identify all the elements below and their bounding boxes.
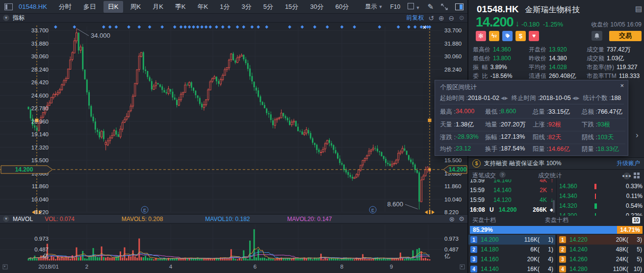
trade-button[interactable]: 交易 (609, 31, 642, 41)
zoom-out-icon[interactable]: ⊖ (449, 15, 455, 22)
depth-levels-badge[interactable]: 10 (632, 217, 640, 223)
period-tab-30分[interactable]: 30分 (306, 1, 328, 13)
period-tab-5分[interactable]: 5分 (259, 1, 278, 13)
buy-depth-row-2[interactable]: 214.1806K(1) (468, 245, 555, 254)
svg-text:2018/01: 2018/01 (38, 264, 59, 270)
end-time-value: 2018-10-05 (540, 95, 571, 101)
buy-depth-row-3[interactable]: 314.16020K(4) (468, 254, 555, 264)
price-change: -0.180 (521, 21, 540, 28)
period-tab-15分[interactable]: 15分 (281, 1, 303, 13)
sell-depth-row-4[interactable]: 414.280110K(10) (557, 264, 644, 273)
trade-stat-row: 14.3000.22% (559, 211, 643, 216)
range-stat-天量: 天量 :1.38亿 (440, 121, 485, 129)
start-time-value: 2018-01-02 (468, 95, 499, 101)
end-time-label: 终止时间 : (512, 94, 540, 102)
svg-text:33.700: 33.700 (444, 27, 462, 33)
layout-icon[interactable] (4, 3, 13, 10)
draw-pen-icon[interactable]: ✎ (427, 3, 434, 10)
stock-code: 01548.HK (477, 4, 519, 15)
stat-市盈率TTM: 市盈率TTM118.333 (587, 72, 643, 80)
period-tab-月K[interactable]: 月K (148, 1, 168, 13)
adjust-mode-link[interactable]: 前复权 (406, 14, 424, 22)
market-status: 收盘价 10/05 16:09 (591, 21, 642, 29)
news-list-icon[interactable]: ▤ (635, 4, 642, 13)
favorite-heart-icon[interactable]: ♥ (529, 31, 539, 41)
overlay-title: 个股区间统计 (440, 83, 477, 92)
svg-text:11.860: 11.860 (32, 183, 49, 189)
gear-icon[interactable]: ⚙ (459, 15, 464, 21)
date-stepper-icons[interactable]: ◀▶ (572, 96, 580, 100)
candle-style-icon (408, 3, 414, 9)
indicator-label[interactable]: 指标 (13, 14, 25, 22)
sell-ratio: 14.71% (617, 226, 643, 234)
grid-view-icon[interactable] (634, 173, 640, 179)
down-arrow-icon: ↓ (515, 19, 520, 29)
mavol20-value: MAVOL20: 0.147 (287, 216, 332, 223)
period-tab-分时[interactable]: 分时 (54, 1, 76, 13)
gear-icon[interactable]: ⚙ (459, 216, 464, 223)
period-tab-季K[interactable]: 季K (171, 1, 190, 13)
sell-depth-row-2[interactable]: 214.24048K(5) (557, 245, 644, 254)
trade-stat-row: 14.3200.54% (559, 201, 643, 211)
range-stat-总量: 总量 :33.15亿 (533, 108, 582, 116)
tag-icon[interactable] (502, 31, 513, 41)
level2-icon[interactable]: ϟ2 (489, 31, 499, 41)
pin-icon[interactable]: ▼ (3, 15, 9, 21)
hk-market-icon: ✻ (476, 31, 486, 41)
alert-bell-icon[interactable] (592, 31, 602, 41)
margin-text: 支持融资 融资保证金率 100% (484, 159, 561, 168)
toolbar-symbol[interactable]: 01548.HK (19, 3, 47, 10)
stat-市盈率(静): 市盈率(静)119.327 (587, 63, 643, 72)
period-tab-1分[interactable]: 1分 (215, 1, 234, 13)
period-tab-多日[interactable]: 多日 (79, 1, 101, 13)
display-menu[interactable]: 显示 ▼ (365, 2, 383, 11)
dollar-icon[interactable]: $ (515, 31, 526, 41)
close-icon[interactable]: × (620, 82, 624, 89)
fullscreen-icon[interactable] (441, 3, 448, 10)
period-tab-3分[interactable]: 3分 (237, 1, 256, 13)
low-annotation: 8.600 (387, 200, 403, 208)
svg-text:24.600: 24.600 (31, 93, 49, 99)
overlay-time-row: 起始时间 : 2018-01-02 ◀▶ 终止时间 : 2018-10-05 ◀… (440, 94, 624, 104)
tick-trade-row: 15:5914.1402K↑ (470, 185, 553, 195)
svg-text:0.487: 0.487 (444, 247, 459, 252)
period-tab-60分[interactable]: 60分 (331, 1, 353, 13)
trade-stats-header[interactable]: 成交统计 (538, 172, 562, 180)
range-stat-地量: 地量 :207.20万 (485, 121, 533, 129)
zoom-in-icon[interactable]: ⊕ (438, 15, 444, 22)
buy-depth-row-4[interactable]: 414.14016K(4) (468, 264, 555, 273)
buy-depth-row-1[interactable]: 114.200116K(1) (468, 235, 555, 245)
svg-text:亿: 亿 (444, 253, 450, 259)
chart-type-menu[interactable]: ▼ (408, 3, 420, 11)
close-pane-icon[interactable]: ⊗ (449, 216, 455, 223)
sell-depth-row-1[interactable]: 114.22020K(3) (557, 235, 644, 245)
pin-icon[interactable]: ▼ (3, 216, 9, 222)
undo-icon[interactable]: ↺ (428, 15, 434, 22)
sell-depth-row-3[interactable]: 314.26024K(5) (557, 254, 644, 264)
svg-text:28.240: 28.240 (444, 67, 462, 73)
side-panel-toggle-icon[interactable] (455, 3, 464, 10)
more-options-icon[interactable]: ●●● (623, 173, 630, 179)
period-tab-年K[interactable]: 年K (193, 1, 213, 13)
markers-close-icon: × (422, 24, 426, 31)
chevron-down-icon: ▼ (416, 5, 420, 10)
tick-trades-header[interactable]: 逐笔成交 (472, 172, 496, 180)
period-tab-周K[interactable]: 周K (126, 1, 146, 13)
period-tab-日K[interactable]: 日K (103, 1, 123, 13)
upgrade-account-link[interactable]: 升级账户 (617, 159, 644, 168)
svg-text:8.220: 8.220 (34, 209, 49, 214)
scrollbar-thumb[interactable] (553, 200, 555, 213)
volume-indicator-bar: ▼ MAVOL VOL: 0.074 MAVOL5: 0.208 MAVOL10… (0, 214, 468, 223)
svg-text:6: 6 (254, 264, 257, 270)
date-stepper-icons[interactable]: ◀▶ (501, 96, 509, 100)
help-icon[interactable]: ? (499, 172, 506, 178)
volume-chart[interactable]: 0.9730.9730.4870.487亿亿2018/0124689 (0, 223, 468, 273)
candlestick-chart[interactable]: ×EE33.70033.70031.88031.88030.06030.0602… (0, 23, 468, 214)
buy-depth-header: 买盘十档 (472, 216, 496, 224)
range-stat-涨跌: 涨跌 :-28.93% (440, 133, 485, 142)
range-stat-均价: 均价 :23.12 (440, 145, 485, 153)
svg-text:9: 9 (390, 264, 393, 270)
collapse-chevron-icon[interactable]: › (636, 130, 639, 140)
svg-text:11.860: 11.860 (444, 183, 461, 189)
f10-button[interactable]: F10 (390, 3, 400, 10)
